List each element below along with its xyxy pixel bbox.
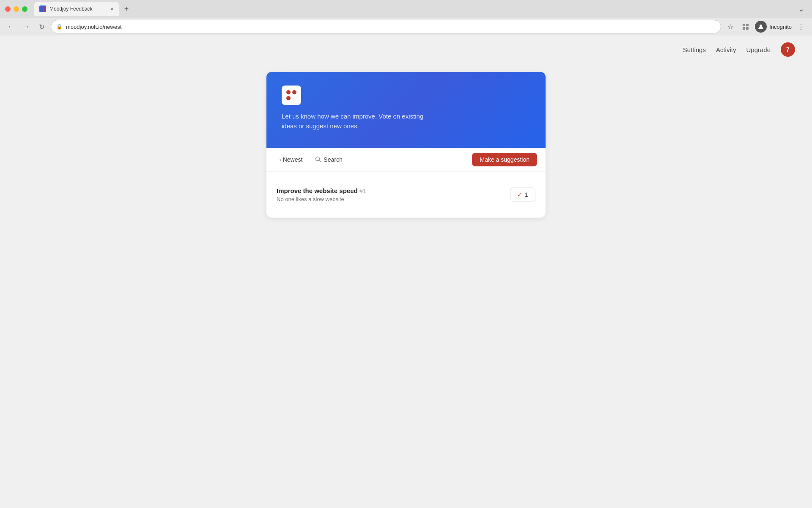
vote-check-icon: ✓ — [517, 191, 522, 198]
window-controls — [5, 6, 27, 12]
search-icon — [315, 156, 321, 163]
user-avatar[interactable]: 7 — [781, 42, 795, 57]
app-header: Settings Activity Upgrade 7 — [0, 36, 812, 64]
maximize-window-btn[interactable] — [22, 6, 27, 12]
address-bar[interactable]: 🔒 moodjoy.nolt.io/newest — [51, 20, 721, 33]
incognito-badge: Incognito — [755, 21, 792, 33]
incognito-label: Incognito — [769, 24, 792, 30]
new-tab-btn[interactable]: + — [121, 3, 132, 15]
activity-link[interactable]: Activity — [716, 46, 736, 53]
logo-dot-3 — [286, 96, 291, 100]
tab-title: Moodjoy Feedback — [49, 6, 107, 12]
logo-dots — [286, 90, 296, 100]
suggestions-list: Improve the website speed #1 No one like… — [266, 172, 546, 218]
browser-menu-btn[interactable]: ⋮ — [795, 21, 807, 33]
settings-link[interactable]: Settings — [683, 46, 706, 53]
suggestion-info: Improve the website speed #1 No one like… — [277, 187, 366, 202]
favicon-dot-1 — [41, 7, 42, 8]
svg-rect-0 — [743, 24, 745, 26]
feedback-card: Let us know how we can improve. Vote on … — [266, 72, 546, 218]
incognito-icon — [755, 21, 767, 33]
tab-bar: Moodjoy Feedback × + — [34, 2, 132, 16]
svg-line-6 — [319, 160, 321, 162]
logo-dot-4 — [292, 96, 296, 100]
vote-btn[interactable]: ✓ 1 — [510, 188, 535, 202]
tab-favicon — [39, 6, 46, 12]
favicon-dot-4 — [43, 9, 45, 11]
svg-rect-3 — [746, 27, 749, 30]
suggestion-number: #1 — [359, 188, 366, 194]
logo-dot-1 — [286, 90, 291, 94]
card-toolbar: › Newest Search Make a suggestion — [266, 148, 546, 172]
tab-close-btn[interactable]: × — [110, 6, 114, 12]
make-suggestion-btn[interactable]: Make a suggestion — [472, 153, 537, 166]
card-banner: Let us know how we can improve. Vote on … — [266, 72, 546, 148]
search-btn[interactable]: Search — [310, 154, 469, 166]
browser-chrome: Moodjoy Feedback × + ⌄ ← → ↻ 🔒 moodjoy.n… — [0, 0, 812, 36]
banner-logo — [282, 86, 301, 105]
favicon-dot-2 — [43, 7, 45, 8]
suggestion-description: No one likes a slow website! — [277, 196, 366, 202]
favicon-dots — [41, 7, 45, 11]
favicon-dot-3 — [41, 9, 42, 11]
search-label: Search — [324, 156, 342, 163]
vote-count: 1 — [525, 191, 528, 198]
main-content: Let us know how we can improve. Vote on … — [0, 64, 812, 226]
close-window-btn[interactable] — [5, 6, 11, 12]
upgrade-link[interactable]: Upgrade — [746, 46, 771, 53]
banner-description: Let us know how we can improve. Vote on … — [282, 112, 425, 131]
toolbar-actions: ☆ Incognito ⋮ — [724, 21, 807, 33]
back-btn[interactable]: ← — [5, 21, 17, 33]
browser-toolbar: ← → ↻ 🔒 moodjoy.nolt.io/newest ☆ — [0, 18, 812, 36]
sort-newest-btn[interactable]: › Newest — [275, 154, 307, 166]
minimize-window-btn[interactable] — [14, 6, 19, 12]
tabs-menu-btn[interactable]: ⌄ — [795, 3, 807, 15]
sort-chevron-icon: › — [279, 156, 281, 163]
extension-btn[interactable] — [740, 21, 752, 33]
logo-dot-2 — [292, 90, 296, 94]
active-tab[interactable]: Moodjoy Feedback × — [34, 2, 119, 16]
lock-icon: 🔒 — [56, 24, 63, 30]
suggestion-title-text: Improve the website speed — [277, 187, 358, 194]
browser-titlebar: Moodjoy Feedback × + ⌄ — [0, 0, 812, 18]
forward-btn[interactable]: → — [20, 21, 32, 33]
bookmark-btn[interactable]: ☆ — [724, 21, 736, 33]
svg-rect-2 — [743, 27, 745, 30]
suggestion-item: Improve the website speed #1 No one like… — [277, 180, 535, 209]
sort-label: Newest — [283, 156, 303, 163]
suggestion-title: Improve the website speed #1 — [277, 187, 366, 194]
svg-rect-1 — [746, 24, 749, 26]
url-display: moodjoy.nolt.io/newest — [66, 24, 716, 30]
reload-btn[interactable]: ↻ — [36, 21, 47, 33]
